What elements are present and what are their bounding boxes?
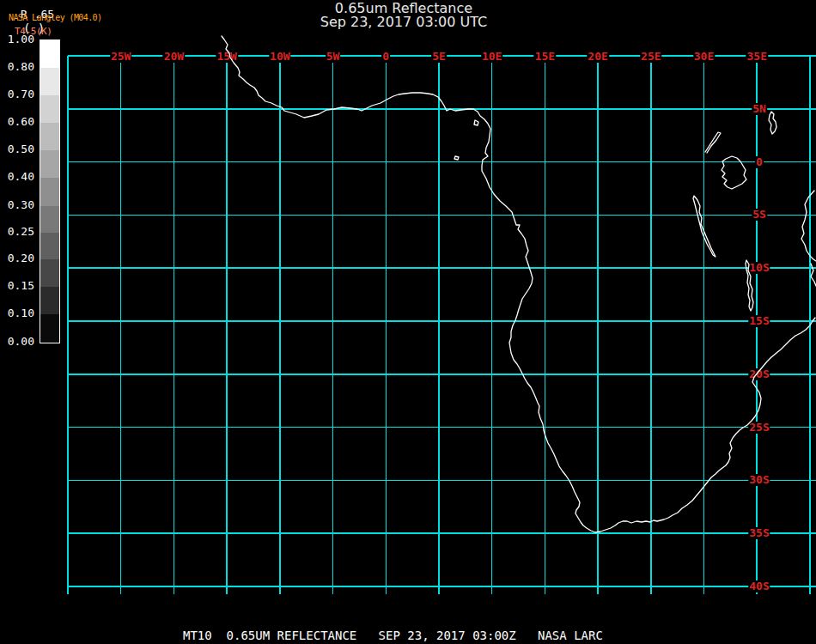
latitude-label: 40S bbox=[748, 580, 770, 592]
lake-turkana bbox=[769, 112, 776, 134]
longitude-label: 20W bbox=[163, 51, 185, 63]
colorbar-tick-label: 0.50 bbox=[2, 143, 34, 155]
sao-tome-island bbox=[454, 156, 459, 160]
latitude-label: 20S bbox=[748, 368, 770, 380]
longitude-label: 5W bbox=[326, 51, 341, 63]
latitude-label: 25S bbox=[748, 422, 770, 434]
colorbar-tick-label: 0.25 bbox=[2, 226, 34, 238]
longitude-label: 25E bbox=[640, 51, 661, 63]
longitude-label: 10W bbox=[269, 51, 290, 63]
colorbar-tick-label: 0.80 bbox=[2, 61, 34, 73]
colorbar-tick-label: 0.10 bbox=[2, 307, 34, 319]
longitude-label: 25W bbox=[110, 51, 131, 63]
nasa-langley-credit: NASA Langley (M04.0) bbox=[9, 14, 101, 22]
colorbar-segment bbox=[40, 123, 59, 150]
colorbar-segment bbox=[40, 259, 59, 287]
colorbar-segment bbox=[40, 95, 59, 123]
colorbar-segment bbox=[40, 40, 59, 68]
latitude-label: 0 bbox=[755, 156, 764, 168]
colorbar-tick-label: 0.00 bbox=[2, 336, 34, 348]
colorbar-segment bbox=[40, 150, 59, 178]
colorbar bbox=[40, 39, 60, 343]
longitude-label: 5E bbox=[431, 51, 447, 63]
longitude-label: 30E bbox=[693, 51, 715, 63]
satellite-image-viewer: 1.000.800.700.600.500.400.300.250.200.15… bbox=[0, 0, 816, 644]
colorbar-tick-label: 0.30 bbox=[2, 199, 34, 211]
longitude-label: 35E bbox=[746, 51, 767, 63]
colorbar-tick-label: 0.15 bbox=[2, 280, 34, 292]
colorbar-segment bbox=[40, 68, 59, 95]
lake-albert bbox=[705, 132, 721, 153]
colorbar-tick-label: 0.20 bbox=[2, 252, 34, 264]
colorbar-segment bbox=[40, 206, 59, 233]
longitude-label: 10E bbox=[481, 51, 502, 63]
page-title: 0.65um Reflectance Sep 23, 2017 03:00 UT… bbox=[0, 2, 807, 29]
colorbar-tick-label: 0.40 bbox=[2, 171, 34, 183]
colorbar-segment bbox=[40, 287, 59, 314]
product-id-label: T4-5(K) bbox=[15, 27, 52, 36]
footer-caption: MT10 0.65UM REFLECTANCE SEP 23, 2017 03:… bbox=[183, 629, 603, 641]
latlon-grid bbox=[0, 0, 816, 644]
longitude-label: 15E bbox=[534, 51, 556, 63]
latitude-label: 30S bbox=[748, 474, 770, 486]
africa-main-coast bbox=[222, 36, 815, 532]
colorbar-segment bbox=[40, 178, 59, 206]
longitude-label: 0 bbox=[381, 51, 390, 63]
coastline-overlay bbox=[0, 0, 816, 644]
mtwara-coast bbox=[811, 264, 816, 286]
colorbar-segment bbox=[40, 233, 59, 259]
latitude-label: 5N bbox=[752, 103, 767, 115]
lake-victoria bbox=[722, 156, 746, 189]
kenya-tanzania-coast bbox=[801, 191, 816, 261]
latitude-label: 35S bbox=[748, 527, 770, 539]
bioko-island bbox=[474, 120, 478, 125]
lake-tanganyika bbox=[693, 196, 716, 257]
colorbar-segment bbox=[40, 314, 59, 343]
longitude-label: 20E bbox=[587, 51, 608, 63]
latitude-label: 10S bbox=[748, 262, 770, 274]
longitude-label: 15W bbox=[216, 51, 237, 63]
title-line2: Sep 23, 2017 03:00 UTC bbox=[0, 15, 807, 29]
colorbar-tick-label: 0.60 bbox=[2, 116, 34, 128]
colorbar-tick-label: 0.70 bbox=[2, 88, 34, 100]
latitude-label: 15S bbox=[748, 315, 770, 327]
latitude-label: 5S bbox=[752, 209, 767, 221]
